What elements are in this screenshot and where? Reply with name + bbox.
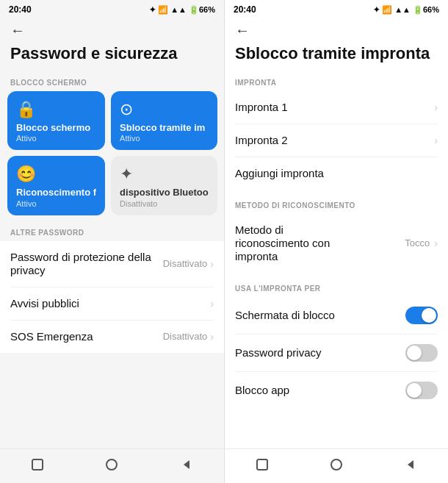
- row-password-privacy-value: Disattivato: [163, 258, 208, 269]
- tile-sblocco-title: Sblocco tramite im: [120, 122, 209, 134]
- row-sos-value: Disattivato: [163, 331, 208, 342]
- tile-blocco-schermo-title: Blocco schermo: [16, 122, 96, 134]
- bottom-nav-right: [225, 448, 448, 483]
- password-privacy-label: Password privacy: [235, 346, 405, 359]
- page-title-right: Sblocco tramite impronta: [225, 40, 448, 71]
- lock-icon: 🔒: [16, 100, 96, 119]
- list-section-impronta: Impronta 1 › Impronta 2 › Aggiungi impro…: [225, 91, 448, 190]
- nav-circle-left[interactable]: [104, 457, 120, 473]
- tile-blocco-schermo[interactable]: 🔒 Blocco schermo Attivo: [7, 91, 105, 151]
- tile-blocco-schermo-subtitle: Attivo: [16, 134, 96, 143]
- chevron-icon: ›: [210, 298, 214, 310]
- status-bar-left: 20:40 ✦ 📶 ▲▲ 🔋66%: [0, 0, 224, 18]
- fingerprint-icon: ⊙: [120, 100, 209, 119]
- face-icon: 😊: [16, 165, 96, 184]
- toggle-password-privacy[interactable]: [405, 344, 438, 362]
- svg-rect-0: [32, 459, 43, 470]
- bluetooth-icon: ✦: [120, 165, 209, 184]
- section-impronta: IMPRONTA: [225, 71, 448, 91]
- tile-sblocco-subtitle: Attivo: [120, 134, 209, 143]
- section-metodo: METODO DI RICONOSCIMENTO: [225, 194, 448, 214]
- page-title-left: Password e sicurezza: [0, 40, 224, 71]
- impronta-1-label: Impronta 1: [235, 101, 434, 114]
- list-section-left: Password di protezione della privacy Dis…: [0, 241, 224, 353]
- metodo-value: Tocco: [405, 237, 430, 248]
- tile-bluetooth-subtitle: Disattivato: [120, 199, 209, 208]
- nav-square-left[interactable]: [29, 457, 46, 473]
- tile-bluetooth[interactable]: ✦ dispositivo Bluetoo Disattivato: [111, 156, 217, 215]
- chevron-icon: ›: [210, 258, 214, 270]
- chevron-impronta-2: ›: [434, 135, 438, 146]
- nav-square-right[interactable]: [254, 457, 270, 473]
- battery-icon-r: 🔋66%: [413, 5, 439, 15]
- back-button-right[interactable]: ←: [225, 18, 448, 40]
- svg-rect-3: [257, 459, 267, 470]
- row-aggiungi-impronta[interactable]: Aggiungi impronta: [235, 157, 438, 190]
- back-button-left[interactable]: ←: [0, 18, 224, 40]
- row-avvisi-label: Avvisi pubblici: [10, 297, 210, 310]
- blocco-app-label: Blocco app: [235, 384, 405, 397]
- wifi-icon: ▲▲: [170, 5, 187, 14]
- svg-marker-5: [408, 460, 413, 469]
- toggle-blocco-app[interactable]: [405, 382, 438, 399]
- signal-icon: 📶: [158, 5, 168, 15]
- row-metodo[interactable]: Metodo di riconoscimento con impronta To…: [235, 214, 438, 273]
- status-icons-left: ✦ 📶 ▲▲ 🔋66%: [149, 5, 215, 15]
- aggiungi-impronta-label: Aggiungi impronta: [235, 167, 438, 180]
- tile-bluetooth-title: dispositivo Bluetoo: [120, 187, 209, 198]
- schermata-blocco-label: Schermata di blocco: [235, 309, 405, 322]
- row-password-privacy-label: Password di protezione della privacy: [10, 251, 163, 277]
- chevron-metodo: ›: [434, 237, 438, 249]
- metodo-label: Metodo di riconoscimento con impronta: [235, 223, 353, 263]
- tile-sblocco-impronta[interactable]: ⊙ Sblocco tramite im Attivo: [111, 91, 217, 151]
- nav-back-left[interactable]: [178, 457, 195, 473]
- tile-riconoscimento[interactable]: 😊 Riconoscimento f Attivo: [7, 156, 105, 215]
- row-impronta-2[interactable]: Impronta 2 ›: [235, 124, 438, 157]
- nav-back-right[interactable]: [402, 457, 419, 473]
- section-altre-password: ALTRE PASSWORD: [0, 221, 224, 241]
- row-avvisi[interactable]: Avvisi pubblici ›: [10, 287, 214, 321]
- time-left: 20:40: [9, 4, 32, 15]
- toggle-schermata-blocco[interactable]: [405, 307, 438, 324]
- status-icons-right: ✦ 📶 ▲▲ 🔋66%: [373, 5, 439, 15]
- time-right: 20:40: [234, 4, 256, 15]
- metodo-value-group: Tocco ›: [405, 237, 438, 249]
- tiles-grid: 🔒 Blocco schermo Attivo ⊙ Sblocco tramit…: [0, 91, 224, 221]
- row-blocco-app[interactable]: Blocco app: [235, 372, 438, 409]
- tile-riconoscimento-subtitle: Attivo: [16, 199, 96, 208]
- row-sos-label: SOS Emergenza: [10, 330, 163, 343]
- svg-point-4: [331, 459, 342, 470]
- row-sos[interactable]: SOS Emergenza Disattivato ›: [10, 321, 214, 353]
- section-blocco-schermo: BLOCCO SCHERMO: [0, 71, 224, 91]
- chevron-icon: ›: [210, 331, 214, 343]
- svg-point-1: [106, 459, 117, 470]
- status-bar-right: 20:40 ✦ 📶 ▲▲ 🔋66%: [225, 0, 448, 18]
- chevron-impronta-1: ›: [434, 101, 438, 113]
- list-section-metodo: Metodo di riconoscimento con impronta To…: [225, 214, 448, 273]
- svg-marker-2: [184, 460, 189, 469]
- impronta-2-label: Impronta 2: [235, 134, 434, 147]
- bt-icon: ✦: [149, 5, 156, 15]
- bottom-nav-left: [0, 448, 224, 483]
- signal-icon-r: 📶: [382, 5, 392, 15]
- row-schermata-blocco[interactable]: Schermata di blocco: [235, 297, 438, 334]
- bt-icon-r: ✦: [373, 5, 380, 15]
- nav-circle-right[interactable]: [328, 457, 344, 473]
- list-section-toggles: Schermata di blocco Password privacy Blo…: [225, 297, 448, 409]
- tile-riconoscimento-title: Riconoscimento f: [16, 187, 96, 198]
- row-password-privacy-right[interactable]: Password privacy: [235, 334, 438, 372]
- section-usa-impronta: USA L'IMPRONTA PER: [225, 277, 448, 297]
- wifi-icon-r: ▲▲: [394, 5, 411, 14]
- row-password-privacy[interactable]: Password di protezione della privacy Dis…: [10, 241, 214, 287]
- right-panel: 20:40 ✦ 📶 ▲▲ 🔋66% ← Sblocco tramite impr…: [224, 0, 448, 483]
- row-impronta-1[interactable]: Impronta 1 ›: [235, 91, 438, 124]
- left-panel: 20:40 ✦ 📶 ▲▲ 🔋66% ← Password e sicurezza…: [0, 0, 224, 483]
- battery-icon: 🔋66%: [189, 5, 215, 15]
